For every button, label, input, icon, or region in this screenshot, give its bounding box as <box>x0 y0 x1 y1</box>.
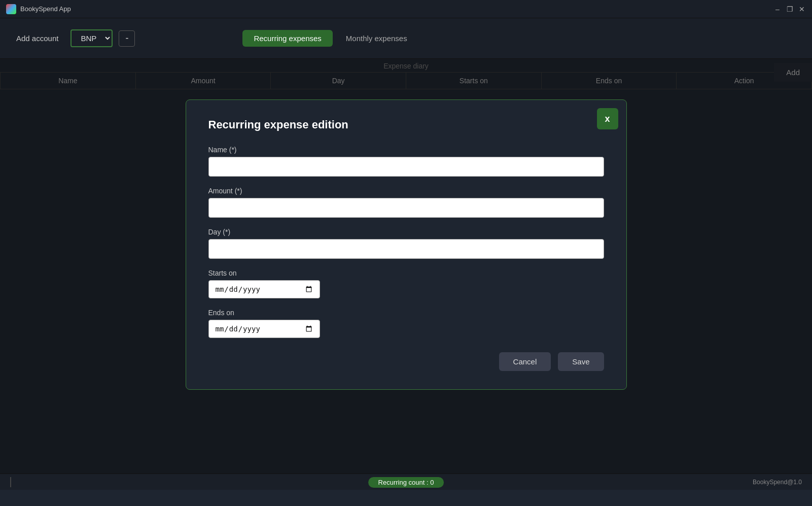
name-input[interactable] <box>208 157 604 177</box>
status-bar-center: Recurring count : 0 <box>368 478 444 487</box>
tab-recurring-expenses[interactable]: Recurring expenses <box>242 30 332 47</box>
starts-on-field-group: Starts on <box>208 269 604 298</box>
minimize-button[interactable]: – <box>773 5 782 13</box>
toolbar: Add account BNP - Recurring expenses Mon… <box>0 18 812 59</box>
amount-label: Amount (*) <box>208 187 604 195</box>
name-field-group: Name (*) <box>208 146 604 177</box>
divider-right <box>11 477 11 487</box>
starts-on-input[interactable] <box>208 280 320 298</box>
day-label: Day (*) <box>208 228 604 236</box>
amount-input[interactable] <box>208 198 604 218</box>
restore-button[interactable]: ❐ <box>786 5 794 13</box>
starts-on-label: Starts on <box>208 269 604 277</box>
app-icon <box>6 4 16 14</box>
ends-on-input[interactable] <box>208 320 320 338</box>
day-field-group: Day (*) <box>208 228 604 259</box>
title-bar-left: BookySpend App <box>6 4 71 14</box>
modal-dialog: x Recurring expense edition Name (*) Amo… <box>186 99 627 390</box>
account-selector[interactable]: BNP <box>70 29 113 47</box>
status-bar: Recurring count : 0 BookySpend@1.0 <box>0 474 812 490</box>
title-bar: BookySpend App – ❐ ✕ <box>0 0 812 18</box>
ends-on-label: Ends on <box>208 309 604 317</box>
recurring-count-badge: Recurring count : 0 <box>368 477 444 488</box>
day-input[interactable] <box>208 239 604 259</box>
version-label: BookySpend@1.0 <box>753 479 802 486</box>
main-area: Expense diary Name Amount Day Starts on … <box>0 59 812 490</box>
modal-title: Recurring expense edition <box>208 118 604 131</box>
modal-footer: Cancel Save <box>208 352 604 371</box>
modal-close-button[interactable]: x <box>597 108 618 129</box>
cancel-button[interactable]: Cancel <box>499 352 551 371</box>
tab-monthly-expenses[interactable]: Monthly expenses <box>335 30 418 47</box>
nav-tabs: Recurring expenses Monthly expenses <box>242 30 418 47</box>
title-bar-controls[interactable]: – ❐ ✕ <box>773 5 806 13</box>
modal-overlay: x Recurring expense edition Name (*) Amo… <box>0 59 812 490</box>
close-button[interactable]: ✕ <box>798 5 806 13</box>
amount-field-group: Amount (*) <box>208 187 604 218</box>
ends-on-field-group: Ends on <box>208 309 604 338</box>
add-account-button[interactable]: Add account <box>10 31 64 46</box>
save-button[interactable]: Save <box>558 352 604 371</box>
app-title: BookySpend App <box>20 5 71 13</box>
dash-button[interactable]: - <box>119 30 135 47</box>
name-label: Name (*) <box>208 146 604 154</box>
